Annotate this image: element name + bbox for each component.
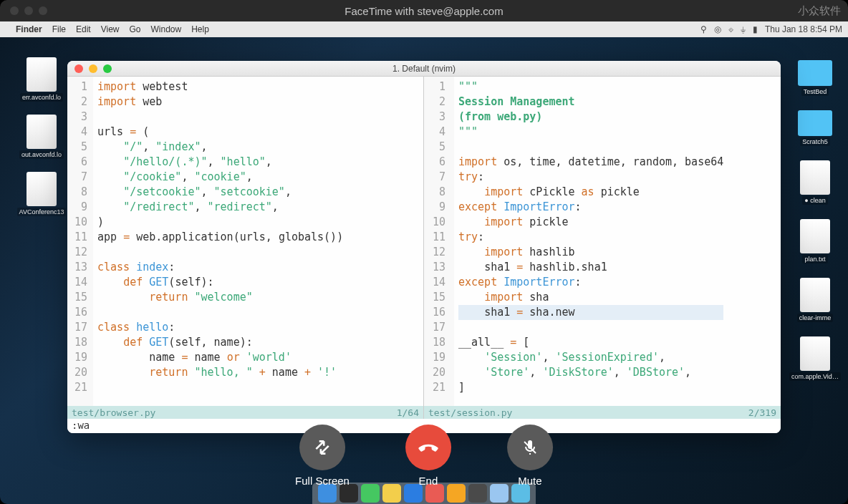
desktop-file[interactable]: Scratch5 xyxy=(792,110,838,146)
facetime-title: FaceTime with steve@apple.com xyxy=(344,5,503,17)
spotlight-icon[interactable]: ⚲ xyxy=(700,24,707,34)
shared-desktop: Finder FileEditViewGoWindowHelp ⚲ ◎ ⟐ ⏚ … xyxy=(0,21,848,504)
fullscreen-icon xyxy=(299,425,345,470)
watermark: 小众软件 xyxy=(798,0,841,21)
control-icon[interactable]: ◎ xyxy=(714,24,721,34)
facetime-titlebar: FaceTime with steve@apple.com 小众软件 xyxy=(0,0,848,21)
mic-icon xyxy=(507,425,553,470)
file-icon xyxy=(800,278,830,312)
editor-pane-right[interactable]: 123456789101112131415161718192021 """Ses… xyxy=(424,77,781,419)
desktop-file-label: clear-imme xyxy=(797,314,834,322)
desktop-file-label: com.apple.VideoConference.plist xyxy=(789,372,841,381)
desktop-icons-right: TestBedScratch5● cleanplan.txtclear-imme… xyxy=(792,60,838,381)
battery-icon[interactable]: ▮ xyxy=(753,24,758,34)
fullscreen-label: Full Screen xyxy=(295,475,350,487)
minimize-icon[interactable] xyxy=(89,64,97,73)
desktop-file[interactable]: out.avconfd.lo xyxy=(19,115,64,159)
statusbar-pos: 2/319 xyxy=(748,405,776,420)
editor-pane-left[interactable]: 123456789101112131415161718192021 import… xyxy=(67,77,424,419)
desktop-icons-left: err.avconfd.loout.avconfd.loAVConferenc1… xyxy=(19,57,64,216)
desktop-file-label: plan.txt xyxy=(802,255,827,263)
menubar-item[interactable]: Window xyxy=(151,24,182,34)
outer-traffic-lights xyxy=(10,6,47,15)
desktop-file[interactable]: clear-imme xyxy=(792,278,838,322)
wifi-icon[interactable]: ⏚ xyxy=(741,24,746,34)
statusbar-file: test/session.py xyxy=(428,405,512,420)
desktop-file-label: ● clean xyxy=(802,196,827,205)
desktop-file[interactable]: AVConferenc13 xyxy=(19,172,64,216)
menubar-item[interactable]: Edit xyxy=(76,24,91,34)
folder-icon xyxy=(798,60,832,86)
hangup-icon xyxy=(405,425,451,470)
end-label: End xyxy=(419,475,438,487)
desktop-file[interactable]: err.avconfd.lo xyxy=(19,57,64,102)
terminal-window: 1. Default (nvim) 1234567891011121314151… xyxy=(67,61,781,433)
end-call-button[interactable]: End xyxy=(405,425,451,487)
mute-button[interactable]: Mute xyxy=(507,425,553,487)
file-icon xyxy=(800,160,830,195)
desktop-file-label: TestBed xyxy=(801,87,829,96)
terminal-title: 1. Default (nvim) xyxy=(392,64,456,74)
menubar-item[interactable]: Help xyxy=(191,24,209,34)
desktop-file-label: err.avconfd.lo xyxy=(20,93,63,102)
zoom-button[interactable] xyxy=(39,6,47,15)
bluetooth-icon[interactable]: ⟐ xyxy=(728,24,733,34)
menubar-datetime[interactable]: Thu Jan 18 8:54 PM xyxy=(765,24,842,34)
macos-menubar: Finder FileEditViewGoWindowHelp ⚲ ◎ ⟐ ⏚ … xyxy=(0,21,848,37)
menubar-app[interactable]: Finder xyxy=(16,24,42,34)
file-icon xyxy=(800,336,830,371)
statusbar-left: test/browser.py 1/64 xyxy=(67,406,423,419)
desktop-file-label: Scratch5 xyxy=(800,137,830,146)
desktop-file[interactable]: plan.txt xyxy=(792,219,838,263)
file-icon xyxy=(26,115,57,149)
statusbar-pos: 1/64 xyxy=(397,405,419,420)
folder-icon xyxy=(798,110,832,136)
file-icon xyxy=(800,219,830,253)
line-gutter: 123456789101112131415161718192021 xyxy=(67,77,93,406)
statusbar-file: test/browser.py xyxy=(72,405,155,420)
desktop-file[interactable]: TestBed xyxy=(792,60,838,96)
close-icon[interactable] xyxy=(74,64,83,73)
desktop-file-label: AVConferenc13 xyxy=(17,208,67,216)
line-gutter: 123456789101112131415161718192021 xyxy=(424,77,454,406)
desktop-file[interactable]: com.apple.VideoConference.plist xyxy=(792,336,838,381)
menubar-item[interactable]: File xyxy=(52,24,66,34)
minimize-button[interactable] xyxy=(24,6,33,15)
code-content[interactable]: import webtestimport web urls = ( "/", "… xyxy=(93,77,347,406)
desktop-file-label: out.avconfd.lo xyxy=(19,150,64,159)
facetime-controls: Full Screen End Mute xyxy=(295,425,553,487)
menubar-item[interactable]: Go xyxy=(130,24,141,34)
mute-label: Mute xyxy=(518,475,541,487)
file-icon xyxy=(26,57,57,92)
desktop-file[interactable]: ● clean xyxy=(792,160,838,205)
fullscreen-button[interactable]: Full Screen xyxy=(295,425,350,487)
menubar-item[interactable]: View xyxy=(101,24,120,34)
statusbar-right: test/session.py 2/319 xyxy=(424,406,781,419)
zoom-icon[interactable] xyxy=(103,64,112,73)
terminal-titlebar[interactable]: 1. Default (nvim) xyxy=(67,61,781,77)
file-icon xyxy=(26,172,57,206)
close-button[interactable] xyxy=(10,6,19,15)
code-content[interactable]: """Session Management(from web.py)""" im… xyxy=(454,77,728,406)
